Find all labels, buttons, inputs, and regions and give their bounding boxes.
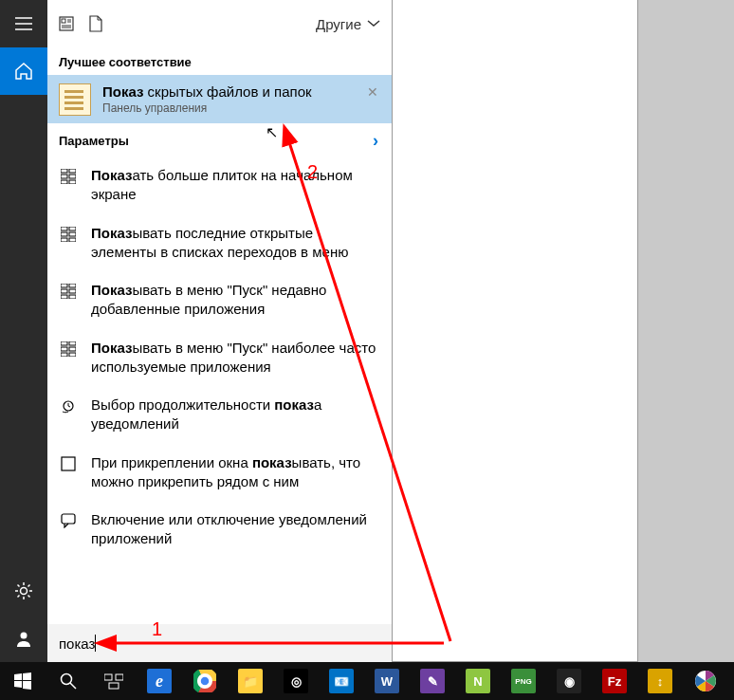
best-match-title: Показ скрытых файлов и папок xyxy=(102,83,312,101)
tiles-icon xyxy=(61,339,78,357)
gear-icon xyxy=(14,581,33,600)
taskbar-explorer-button[interactable]: 📁 xyxy=(228,662,273,700)
svg-rect-10 xyxy=(61,175,67,178)
svg-line-36 xyxy=(70,683,76,689)
start-side-rail xyxy=(0,0,47,662)
settings-result-item[interactable]: Показывать в меню "Пуск" наиболее часто … xyxy=(47,329,392,387)
hamburger-button[interactable] xyxy=(0,0,47,47)
user-button[interactable] xyxy=(0,615,47,662)
best-match-result[interactable]: Показ скрытых файлов и папок Панель упра… xyxy=(47,75,392,123)
taskbar-ie-button[interactable]: e xyxy=(137,662,182,700)
balloon-icon xyxy=(61,510,78,528)
svg-rect-15 xyxy=(69,227,76,230)
taskbar-picasa-button[interactable] xyxy=(683,662,728,700)
svg-rect-8 xyxy=(61,169,67,173)
svg-rect-30 xyxy=(61,353,67,357)
taskbar-chrome-button[interactable] xyxy=(182,662,228,700)
svg-rect-13 xyxy=(69,180,76,184)
svg-rect-16 xyxy=(61,232,67,236)
svg-rect-24 xyxy=(61,295,67,299)
svg-rect-29 xyxy=(69,347,76,351)
svg-rect-14 xyxy=(61,227,67,230)
result-item-label: Показывать в меню "Пуск" недавно добавле… xyxy=(91,281,378,320)
background-window xyxy=(392,0,638,662)
start-search-panel: Другие Лучшее соответствие Показ скрытых… xyxy=(0,0,392,662)
svg-rect-37 xyxy=(104,674,112,680)
svg-point-35 xyxy=(62,674,72,685)
svg-rect-17 xyxy=(69,232,76,236)
svg-rect-34 xyxy=(62,514,75,524)
tiles-icon xyxy=(61,281,78,299)
svg-rect-3 xyxy=(62,19,65,23)
control-panel-icon xyxy=(59,83,91,116)
taskbar-start-button[interactable] xyxy=(0,662,46,700)
settings-result-item[interactable]: Показать больше плиток на начальном экра… xyxy=(47,157,392,214)
svg-rect-38 xyxy=(116,674,123,680)
taskbar-taskview-button[interactable] xyxy=(91,662,137,700)
settings-section-header[interactable]: Параметры › xyxy=(47,123,392,157)
settings-section-label: Параметры xyxy=(59,134,129,148)
square-icon xyxy=(61,453,78,471)
home-button[interactable] xyxy=(0,47,47,95)
user-icon xyxy=(14,629,33,648)
settings-result-item[interactable]: Выбор продолжительности показа уведомлен… xyxy=(47,386,392,444)
settings-result-item[interactable]: При прикреплении окна показывать, что мо… xyxy=(47,444,392,502)
svg-rect-19 xyxy=(69,238,76,242)
settings-result-item[interactable]: Показывать в меню "Пуск" недавно добавле… xyxy=(47,271,392,329)
svg-rect-39 xyxy=(109,683,119,689)
best-match-subtitle: Панель управления xyxy=(102,101,312,117)
result-item-label: Включение или отключение уведомлений при… xyxy=(91,510,378,549)
settings-button[interactable] xyxy=(0,567,47,615)
svg-rect-12 xyxy=(61,180,67,184)
chevron-down-icon xyxy=(367,20,380,28)
svg-rect-11 xyxy=(69,175,76,178)
taskbar: e📁◎📧W✎NPNG◉Fz↕ xyxy=(0,662,734,700)
result-item-label: Показывать последние открытые элементы в… xyxy=(91,224,378,263)
svg-point-1 xyxy=(21,633,28,639)
chevron-right-icon[interactable]: › xyxy=(373,131,378,151)
tiles-icon xyxy=(61,166,78,184)
tiles-icon xyxy=(61,224,78,242)
search-top-bar: Другие xyxy=(47,0,392,47)
svg-rect-28 xyxy=(61,347,67,351)
result-item-label: Показать больше плиток на начальном экра… xyxy=(91,166,378,205)
svg-rect-18 xyxy=(61,238,67,242)
settings-results-list: Показать больше плиток на начальном экра… xyxy=(47,157,392,559)
svg-rect-31 xyxy=(69,353,76,357)
taskbar-png-button[interactable]: PNG xyxy=(501,662,546,700)
taskbar-search-button[interactable] xyxy=(46,662,91,700)
search-input-row[interactable]: показ xyxy=(47,624,392,662)
svg-point-0 xyxy=(21,588,28,595)
settings-result-item[interactable]: Включение или отключение уведомлений при… xyxy=(47,501,392,559)
svg-rect-27 xyxy=(69,341,76,345)
apps-filter-icon[interactable] xyxy=(59,16,74,31)
best-match-header: Лучшее соответствие xyxy=(47,47,392,75)
settings-result-item[interactable]: Показывать последние открытые элементы в… xyxy=(47,214,392,272)
svg-rect-9 xyxy=(69,169,76,173)
search-results-column: Другие Лучшее соответствие Показ скрытых… xyxy=(47,0,392,662)
result-item-label: Показывать в меню "Пуск" наиболее часто … xyxy=(91,339,378,378)
clock-icon xyxy=(61,396,78,414)
taskbar-winscp-button[interactable]: ↕ xyxy=(637,662,683,700)
taskbar-lightshot-button[interactable]: ✎ xyxy=(410,662,455,700)
svg-rect-26 xyxy=(61,341,67,345)
taskbar-notepadpp-button[interactable]: N xyxy=(455,662,501,700)
svg-rect-33 xyxy=(62,457,75,470)
svg-rect-20 xyxy=(61,284,67,287)
svg-rect-25 xyxy=(69,295,76,299)
documents-filter-icon[interactable] xyxy=(89,15,102,32)
taskbar-aimp-button[interactable]: ◎ xyxy=(273,662,319,700)
result-item-label: Выбор продолжительности показа уведомлен… xyxy=(91,396,378,434)
remove-best-match-button[interactable]: ✕ xyxy=(367,84,378,100)
home-icon xyxy=(14,62,33,81)
taskbar-word-button[interactable]: W xyxy=(364,662,410,700)
taskbar-obs-button[interactable]: ◉ xyxy=(546,662,592,700)
filter-dropdown-label: Другие xyxy=(316,16,361,32)
filter-dropdown[interactable]: Другие xyxy=(316,16,380,32)
result-item-label: При прикреплении окна показывать, что мо… xyxy=(91,453,378,492)
svg-rect-23 xyxy=(69,289,76,293)
taskbar-filezilla-button[interactable]: Fz xyxy=(592,662,637,700)
svg-rect-21 xyxy=(69,284,76,287)
hamburger-icon xyxy=(15,17,32,30)
taskbar-outlook-button[interactable]: 📧 xyxy=(319,662,364,700)
